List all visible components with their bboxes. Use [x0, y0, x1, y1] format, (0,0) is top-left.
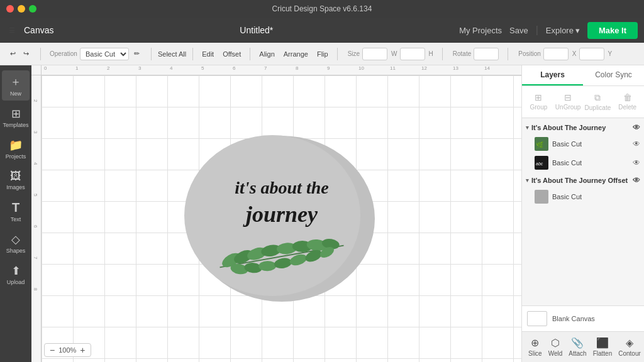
eye-icon-group-1[interactable]: 👁 — [633, 123, 640, 132]
weld-button[interactable]: ⬡ Weld — [546, 334, 565, 359]
svg-text:abc: abc — [536, 162, 543, 166]
sidebar-item-upload[interactable]: ⬆ Upload — [2, 260, 30, 289]
nav-right: My Projects Save | Explore ▾ Make It — [459, 22, 638, 39]
operation-select[interactable]: Basic Cut — [80, 48, 129, 60]
eye-icon-group-2[interactable]: 👁 — [633, 176, 640, 185]
app-title: Cricut Design Space v6.6.134 — [272, 4, 372, 13]
shapes-icon: ◇ — [11, 233, 20, 246]
layer-group-1-header[interactable]: ▾ It's About The Journey 👁 — [522, 121, 644, 134]
templates-icon: ⊞ — [11, 107, 21, 121]
delete-button[interactable]: 🗑 Delete — [613, 90, 641, 114]
ruler-top: 0 1 2 3 4 5 6 7 8 9 10 11 12 13 14 — [42, 65, 521, 75]
select-all-button[interactable]: Select All — [158, 50, 186, 58]
fullscreen-button[interactable] — [29, 5, 36, 13]
tab-layers[interactable]: Layers — [522, 65, 583, 85]
panel-blank-canvas: Blank Canvas — [522, 305, 644, 331]
rotate-label: Rotate — [453, 50, 471, 57]
x-input[interactable] — [543, 48, 569, 60]
eye-icon-layer-2[interactable]: 👁 — [633, 158, 640, 167]
toolbar-divider-6 — [442, 48, 443, 60]
y-input[interactable] — [579, 48, 604, 60]
sidebar-item-projects[interactable]: 📁 Projects — [2, 134, 30, 163]
layer-item-3[interactable]: Basic Cut — [522, 187, 644, 206]
layer-thumb-1: 🌿 — [535, 137, 548, 151]
flatten-icon: ⬛ — [596, 337, 609, 349]
operation-edit-button[interactable]: ✏ — [131, 48, 142, 59]
h-label: H — [429, 50, 433, 57]
toolbar-divider-7 — [508, 48, 508, 60]
panel-actions: ⊞ Group ⊟ UnGroup ⧉ Duplicate 🗑 Delete — [522, 86, 644, 118]
layer-item-2[interactable]: abc Basic Cut 👁 — [522, 153, 644, 172]
size-group: Size W H — [344, 48, 436, 60]
main-layout: ＋ New ⊞ Templates 📁 Projects 🖼 Images T … — [0, 65, 644, 362]
minimize-button[interactable] — [18, 5, 25, 13]
arrange-button[interactable]: Arrange — [281, 49, 311, 59]
layer-item-1[interactable]: 🌿 Basic Cut 👁 — [522, 134, 644, 153]
slice-button[interactable]: ⊕ Slice — [526, 334, 545, 359]
layer-thumb-3 — [535, 190, 548, 204]
undo-button[interactable]: ↩ — [8, 48, 18, 59]
canvas-content: it's about the journey — [42, 75, 521, 362]
zoom-controls: − 100% + — [44, 343, 91, 357]
hamburger-menu[interactable]: ☰ — [6, 25, 18, 36]
make-it-button[interactable]: Make It — [587, 22, 638, 39]
canvas-label: Canvas — [24, 25, 53, 35]
layer-group-2: ▾ It's About The Journey Offset 👁 Basic … — [522, 173, 644, 206]
layer-group-1: ▾ It's About The Journey 👁 🌿 Basic Cut 👁 — [522, 121, 644, 172]
sidebar-item-shapes[interactable]: ◇ Shapes — [2, 229, 30, 258]
width-input[interactable] — [362, 48, 387, 60]
operation-label: Operation — [50, 50, 77, 57]
operation-group: Operation Basic Cut ✏ — [47, 48, 145, 60]
title-bar: Cricut Design Space v6.6.134 — [0, 0, 644, 18]
offset-button[interactable]: Offset — [220, 49, 243, 59]
sidebar-item-templates[interactable]: ⊞ Templates — [2, 103, 30, 132]
sidebar-item-images[interactable]: 🖼 Images — [2, 166, 30, 194]
attach-icon: 📎 — [571, 337, 584, 349]
sidebar-item-new[interactable]: ＋ New — [2, 70, 30, 101]
x-label: X — [572, 50, 577, 57]
save-button[interactable]: Save — [509, 26, 528, 35]
nav-center: Untitled* — [60, 25, 453, 35]
navbar: ☰ Canvas Untitled* My Projects Save | Ex… — [0, 18, 644, 43]
contour-button[interactable]: ◈ Contour — [616, 334, 643, 359]
weld-icon: ⬡ — [551, 337, 560, 349]
size-label: Size — [348, 50, 360, 57]
close-button[interactable] — [6, 5, 14, 13]
sidebar-item-text[interactable]: T Text — [2, 197, 30, 226]
eye-icon-layer-1[interactable]: 👁 — [633, 140, 640, 148]
group-button[interactable]: ⊞ Group — [525, 90, 553, 114]
edit-button[interactable]: Edit — [199, 49, 216, 59]
ungroup-button[interactable]: ⊟ UnGroup — [554, 90, 582, 114]
layers-content: ▾ It's About The Journey 👁 🌿 Basic Cut 👁 — [522, 118, 644, 305]
ungroup-icon: ⊟ — [564, 92, 572, 102]
chevron-icon-1: ▾ — [526, 124, 529, 131]
attach-button[interactable]: 📎 Attach — [566, 334, 589, 359]
zoom-in-button[interactable]: + — [79, 345, 86, 355]
layer-group-2-header[interactable]: ▾ It's About The Journey Offset 👁 — [522, 173, 644, 187]
flip-button[interactable]: Flip — [314, 49, 331, 59]
position-label: Position — [518, 50, 541, 57]
flatten-button[interactable]: ⬛ Flatten — [591, 334, 615, 359]
toolbar-divider-3 — [192, 48, 193, 60]
rotate-group: Rotate — [449, 48, 501, 60]
duplicate-button[interactable]: ⧉ Duplicate — [584, 90, 613, 114]
tab-color-sync[interactable]: Color Sync — [583, 65, 644, 85]
align-button[interactable]: Align — [257, 49, 277, 59]
left-sidebar: ＋ New ⊞ Templates 📁 Projects 🖼 Images T … — [0, 65, 31, 362]
explore-button[interactable]: Explore ▾ — [546, 26, 580, 35]
zoom-out-button[interactable]: − — [48, 345, 56, 355]
canvas-area[interactable]: 0 1 2 3 4 5 6 7 8 9 10 11 12 13 14 1 2 3 — [31, 65, 521, 362]
bottom-toolbar: ⊕ Slice ⬡ Weld 📎 Attach ⬛ Flatten ◈ Cont… — [522, 331, 644, 362]
projects-icon: 📁 — [9, 138, 23, 152]
my-projects-button[interactable]: My Projects — [459, 26, 502, 35]
images-icon: 🖼 — [10, 170, 21, 183]
rotate-input[interactable] — [474, 48, 499, 60]
toolbar-divider-5 — [337, 48, 338, 60]
height-input[interactable] — [400, 48, 425, 60]
redo-button[interactable]: ↪ — [21, 48, 31, 59]
artwork-svg: it's about the journey — [184, 131, 379, 307]
artwork[interactable]: it's about the journey — [184, 131, 379, 307]
toolbar-divider-1 — [40, 48, 41, 60]
duplicate-icon: ⧉ — [594, 92, 601, 103]
toolbar-divider-4 — [250, 48, 250, 60]
